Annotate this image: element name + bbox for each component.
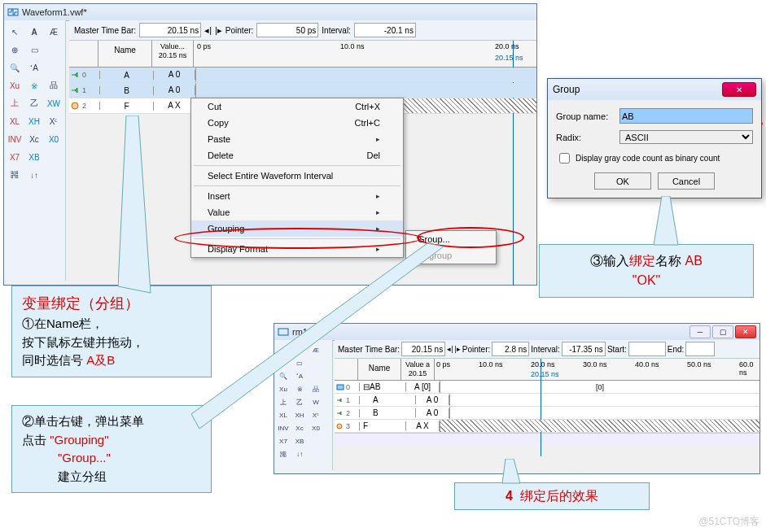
result-pointer-input[interactable] [492,342,529,356]
tool-zoom[interactable]: ⊕ [6,41,24,58]
nav-next-icon[interactable]: |▸ [215,25,222,36]
menu-insert[interactable]: Insert [191,188,403,204]
tool-xl[interactable]: XL [6,113,24,129]
result-scrollbar[interactable] [335,433,759,445]
tool-xu[interactable]: Xu [276,382,291,395]
tool-xc[interactable]: Xᶜ [309,408,323,421]
waveform-a[interactable] [195,68,536,82]
result-start-input[interactable] [628,342,666,356]
tool-xo[interactable]: X0 [45,131,63,147]
tool-xh[interactable]: XH [292,408,307,421]
tool-full[interactable]: ▭ [292,356,307,369]
result-end-input[interactable] [685,342,715,356]
menu-grouping[interactable]: Grouping [191,220,403,237]
svg-point-4 [337,424,342,429]
tool-full[interactable]: ▭ [25,41,43,58]
tool-xb[interactable]: XB [25,149,43,165]
tool-text[interactable]: A [25,24,43,40]
waveform-b[interactable] [195,83,536,98]
main-titlebar: Waveform1.vwf* [4,4,536,21]
menu-paste[interactable]: Paste [191,131,403,147]
tool-w[interactable]: XW [45,95,63,111]
expand-icon[interactable]: ⊟ [363,382,370,391]
dialog-title: Group [553,84,580,95]
tool-inv[interactable]: INV [276,421,291,434]
master-time-label: Master Time Bar: [74,26,136,35]
group-name-input[interactable] [619,108,753,124]
dialog-titlebar: Group ✕ [548,79,761,100]
menu-value[interactable]: Value [191,204,403,220]
gray-code-checkbox[interactable] [559,153,570,164]
tool-z[interactable]: 乙 [25,95,43,111]
tool-xc2[interactable]: Xc [292,421,307,434]
result-ruler: 0 ps 10.0 ns 20.0 ns 20.15 ns 30.0 ns 40… [435,359,759,380]
tool-xx[interactable]: ※ [292,382,307,395]
tool-xl[interactable]: XL [276,408,291,421]
tool-w[interactable]: W [309,395,323,408]
result-interval-input[interactable] [562,342,606,356]
tool-g1[interactable]: 嘂 [6,167,24,183]
tool-cursor[interactable]: ↖ [6,24,24,40]
tool-find[interactable]: 🔍 [6,59,24,76]
tool-find[interactable]: 🔍 [276,369,291,382]
dialog-close-button[interactable]: ✕ [722,82,756,97]
master-time-input[interactable] [139,23,201,37]
maximize-button[interactable]: ▢ [712,325,733,338]
submenu-group[interactable]: Group... [406,231,496,247]
tool-cursor[interactable]: ↖ [276,343,291,356]
tool-xc[interactable]: Xᶜ [45,113,63,129]
nav-next-icon[interactable]: |▸ [454,345,460,353]
tool-replace[interactable]: ʻA [292,369,307,382]
ok-button[interactable]: OK [594,172,651,190]
signal-row-a[interactable]: 0 A A 0 [69,68,536,83]
signal-row-f-result[interactable]: 3 F A X [335,420,759,433]
result-master-input[interactable] [401,342,445,356]
svg-rect-3 [337,385,344,390]
nav-prev-icon[interactable]: ◂| [204,25,212,36]
tool-xx[interactable]: ※ [25,77,43,94]
cancel-button[interactable]: Cancel [658,172,715,190]
tool-replace[interactable]: ʻA [25,59,43,76]
tool-xu[interactable]: Xu [6,77,24,94]
tool-xb[interactable]: XB [292,434,307,447]
menu-cut[interactable]: CutCtrl+X [191,98,403,115]
submenu-ungroup[interactable]: Ungroup [406,247,496,264]
tool-x7[interactable]: X7 [6,149,24,165]
bus-waveform[interactable]: [0] [440,381,759,393]
radix-select[interactable]: ASCII [619,130,753,144]
close-button[interactable]: ✕ [735,325,756,338]
tool-text[interactable]: A [292,343,307,356]
tool-wave[interactable]: Æ [45,24,63,40]
tool-wave[interactable]: Æ [309,343,323,356]
tool-xh[interactable]: XH [25,113,43,129]
tool-p[interactable]: 品 [45,77,63,94]
tool-l[interactable]: 上 [6,95,24,111]
result-waveform-window: rm1.vwf* ─ ▢ ✕ ↖AÆ ⊕▭ 🔍ʻA Xu※品 上乙W XLXHX… [274,323,760,474]
tool-p[interactable]: 品 [309,382,323,395]
tool-inv[interactable]: INV [6,131,24,147]
output-pin-icon [71,102,81,110]
menu-select-interval[interactable]: Select Entire Waveform Interval [191,168,403,184]
tool-xc2[interactable]: Xc [25,131,43,147]
tool-g1[interactable]: 嘂 [276,447,291,460]
menu-copy[interactable]: CopyCtrl+C [191,115,403,131]
watermark: @51CTO博客 [698,515,759,529]
menu-display-format[interactable]: Display Format [191,241,403,257]
tool-x7[interactable]: X7 [276,434,291,447]
nav-prev-icon[interactable]: ◂| [447,345,453,353]
tool-xo[interactable]: X0 [309,421,323,434]
tool-z[interactable]: 乙 [292,395,307,408]
timebar: Master Time Bar: ◂||▸ Pointer: Interval: [69,20,536,41]
menu-delete[interactable]: DeleteDel [191,147,403,164]
signal-row-ab[interactable]: 0 ⊟ AB A [0] [0] [335,381,759,394]
signal-row-b-child[interactable]: 2 B A 0 [335,407,759,420]
pointer-input[interactable] [256,23,318,37]
tool-l[interactable]: 上 [276,395,291,408]
signal-row-b[interactable]: 1 B A 0 [69,83,536,98]
tool-g2[interactable]: ↓↑ [292,447,307,460]
signal-row-a-child[interactable]: 1 A A 0 [335,394,759,407]
tool-zoom[interactable]: ⊕ [276,356,291,369]
interval-input[interactable] [354,23,416,37]
tool-g2[interactable]: ↓↑ [25,167,43,183]
minimize-button[interactable]: ─ [689,325,711,338]
